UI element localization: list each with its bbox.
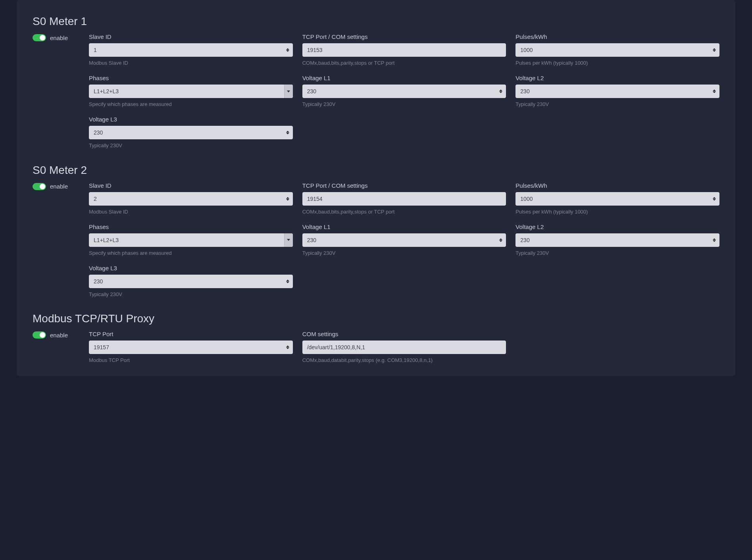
com-settings-input[interactable]: [302, 341, 506, 354]
field-hint: Typically 230V: [302, 250, 506, 257]
voltage-l2-input[interactable]: [515, 85, 719, 98]
section-title: S0 Meter 2: [33, 164, 719, 177]
field-voltage-l1: Voltage L1 Typically 230V: [302, 75, 506, 108]
enable-toggle[interactable]: [33, 34, 46, 41]
field-label: TCP Port / COM settings: [302, 33, 506, 40]
field-label: Voltage L2: [515, 75, 719, 81]
section-title: S0 Meter 1: [33, 15, 719, 28]
field-tcp-port: TCP Port / COM settings COMx,baud,bits,p…: [302, 33, 506, 67]
field-hint: COMx,baud,bits,parity,stops or TCP port: [302, 208, 506, 216]
field-label: Voltage L3: [89, 265, 293, 271]
tcp-port-input[interactable]: [89, 341, 293, 354]
field-tcp-port: TCP Port Modbus TCP Port: [89, 331, 293, 364]
field-hint: Modbus Slave ID: [89, 208, 293, 216]
voltage-l1-input[interactable]: [302, 85, 506, 98]
voltage-l1-input[interactable]: [302, 233, 506, 247]
field-hint: Modbus Slave ID: [89, 60, 293, 67]
field-hint: Pulses per kWh (typically 1000): [515, 208, 719, 216]
field-label: Slave ID: [89, 33, 293, 40]
field-voltage-l3: Voltage L3 Typically 230V: [89, 116, 293, 149]
field-voltage-l2: Voltage L2 Typically 230V: [515, 223, 719, 257]
enable-label: enable: [50, 35, 68, 41]
field-hint: COMx,baud,bits,parity,stops or TCP port: [302, 60, 506, 67]
field-label: Voltage L1: [302, 223, 506, 230]
field-hint: Specify which phases are measured: [89, 101, 293, 108]
enable-toggle[interactable]: [33, 183, 46, 190]
field-pulses-kwh: Pulses/kWh Pulses per kWh (typically 100…: [515, 33, 719, 67]
field-label: COM settings: [302, 331, 506, 337]
enable-toggle[interactable]: [33, 331, 46, 339]
phases-select[interactable]: L1+L2+L3: [89, 85, 293, 98]
field-phases: Phases L1+L2+L3 Specify which phases are…: [89, 75, 293, 108]
voltage-l3-input[interactable]: [89, 126, 293, 139]
field-label: Pulses/kWh: [515, 33, 719, 40]
field-com-settings: COM settings COMx,baud,databit,parity,st…: [302, 331, 506, 364]
field-label: Pulses/kWh: [515, 182, 719, 189]
field-label: TCP Port / COM settings: [302, 182, 506, 189]
field-label: Voltage L2: [515, 223, 719, 230]
voltage-l2-input[interactable]: [515, 233, 719, 247]
field-phases: Phases L1+L2+L3 Specify which phases are…: [89, 223, 293, 257]
field-hint: Modbus TCP Port: [89, 357, 293, 364]
field-hint: Specify which phases are measured: [89, 250, 293, 257]
slave-id-input[interactable]: [89, 192, 293, 206]
field-tcp-port: TCP Port / COM settings COMx,baud,bits,p…: [302, 182, 506, 216]
section-s0-meter-2: S0 Meter 2 enable Slave ID Modbus Slave …: [33, 164, 719, 298]
field-label: Phases: [89, 223, 293, 230]
field-slave-id: Slave ID Modbus Slave ID: [89, 33, 293, 67]
section-modbus-proxy: Modbus TCP/RTU Proxy enable TCP Port Mod…: [33, 312, 719, 364]
field-slave-id: Slave ID Modbus Slave ID: [89, 182, 293, 216]
field-hint: COMx,baud,databit,parity,stops (e.g. COM…: [302, 357, 506, 364]
field-voltage-l3: Voltage L3 Typically 230V: [89, 265, 293, 298]
pulses-kwh-input[interactable]: [515, 43, 719, 57]
slave-id-input[interactable]: [89, 43, 293, 57]
voltage-l3-input[interactable]: [89, 275, 293, 288]
field-hint: Pulses per kWh (typically 1000): [515, 60, 719, 67]
field-hint: Typically 230V: [515, 101, 719, 108]
field-label: Slave ID: [89, 182, 293, 189]
pulses-kwh-input[interactable]: [515, 192, 719, 206]
enable-label: enable: [50, 183, 68, 190]
section-title: Modbus TCP/RTU Proxy: [33, 312, 719, 325]
field-label: Voltage L1: [302, 75, 506, 81]
field-hint: Typically 230V: [515, 250, 719, 257]
field-voltage-l2: Voltage L2 Typically 230V: [515, 75, 719, 108]
field-hint: Typically 230V: [89, 291, 293, 298]
field-label: TCP Port: [89, 331, 293, 337]
enable-label: enable: [50, 332, 68, 339]
phases-select[interactable]: L1+L2+L3: [89, 233, 293, 247]
field-hint: Typically 230V: [89, 142, 293, 149]
field-hint: Typically 230V: [302, 101, 506, 108]
field-label: Phases: [89, 75, 293, 81]
tcp-port-input[interactable]: [302, 192, 506, 206]
tcp-port-input[interactable]: [302, 43, 506, 57]
field-label: Voltage L3: [89, 116, 293, 123]
settings-panel: S0 Meter 1 enable Slave ID Modbus Slave …: [17, 0, 735, 376]
field-pulses-kwh: Pulses/kWh Pulses per kWh (typically 100…: [515, 182, 719, 216]
section-s0-meter-1: S0 Meter 1 enable Slave ID Modbus Slave …: [33, 15, 719, 150]
field-voltage-l1: Voltage L1 Typically 230V: [302, 223, 506, 257]
